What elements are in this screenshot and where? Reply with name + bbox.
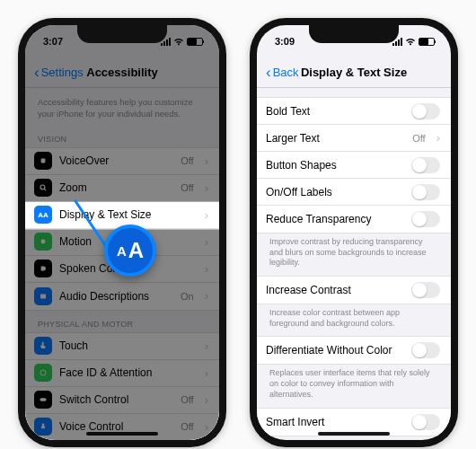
text-size-icon: AA — [34, 206, 52, 224]
content-scroll[interactable]: Bold Text Larger Text Off › Button Shape… — [257, 88, 451, 440]
toggle[interactable] — [411, 184, 440, 200]
row-audio-descriptions[interactable]: Audio Descriptions On › — [25, 283, 219, 310]
faceid-icon — [34, 364, 52, 382]
chevron-right-icon: › — [205, 393, 208, 407]
home-indicator[interactable] — [318, 432, 390, 436]
battery-icon — [187, 38, 203, 46]
row-smart-invert[interactable]: Smart Invert — [257, 409, 451, 436]
toggle[interactable] — [411, 342, 440, 358]
nav-bar: ‹ Back Display & Text Size — [257, 57, 451, 88]
svg-point-1 — [40, 185, 45, 189]
chevron-right-icon: › — [205, 339, 208, 353]
row-zoom[interactable]: Zoom Off › — [25, 175, 219, 202]
chevron-right-icon: › — [205, 289, 208, 303]
row-faceid[interactable]: Face ID & Attention › — [25, 360, 219, 387]
zoom-icon — [34, 179, 52, 197]
svg-rect-0 — [41, 159, 46, 163]
row-switch-control[interactable]: Switch Control Off › — [25, 387, 219, 414]
home-indicator[interactable] — [86, 432, 158, 436]
chevron-right-icon: › — [205, 154, 208, 168]
touch-icon — [34, 337, 52, 355]
row-larger-text[interactable]: Larger Text Off › — [257, 125, 451, 152]
nav-bar: ‹ Settings Accessibility — [25, 57, 219, 88]
svg-rect-5 — [40, 398, 46, 401]
row-bold-text[interactable]: Bold Text — [257, 98, 451, 125]
wifi-icon — [405, 38, 416, 46]
notch — [309, 25, 399, 43]
switch-icon — [34, 391, 52, 409]
audio-desc-icon — [34, 287, 52, 305]
row-touch[interactable]: Touch › — [25, 333, 219, 360]
caption-contrast: Increase color contrast between app fore… — [257, 304, 451, 336]
row-voice-control[interactable]: Voice Control Off › — [25, 414, 219, 440]
row-differentiate-without-color[interactable]: Differentiate Without Color — [257, 337, 451, 364]
voice-control-icon — [34, 418, 52, 436]
row-display-text-size[interactable]: AA Display & Text Size › — [25, 202, 219, 229]
svg-rect-3 — [40, 294, 46, 298]
intro-text: Accessibility features help you customiz… — [25, 88, 219, 126]
row-button-shapes[interactable]: Button Shapes — [257, 152, 451, 179]
row-onoff-labels[interactable]: On/Off Labels — [257, 179, 451, 206]
clock: 3:09 — [275, 36, 295, 47]
battery-icon — [419, 38, 435, 46]
back-button[interactable]: ‹ Back — [266, 66, 299, 79]
chevron-right-icon: › — [205, 420, 208, 434]
caption-smart-invert: Smart Invert reverses the colors of the … — [257, 436, 451, 441]
toggle[interactable] — [411, 103, 440, 119]
spoken-content-icon — [34, 260, 52, 277]
iphone-left: 3:07 ‹ Settings Accessibility Accessibil… — [18, 18, 226, 447]
row-voiceover[interactable]: VoiceOver Off › — [25, 148, 219, 175]
section-header-motor: PHYSICAL AND MOTOR — [25, 311, 219, 332]
caption-diff-color: Replaces user interface items that rely … — [257, 365, 451, 407]
toggle[interactable] — [411, 211, 440, 227]
motion-icon — [34, 233, 52, 251]
toggle[interactable] — [411, 282, 440, 298]
chevron-right-icon: › — [205, 366, 208, 380]
voiceover-icon — [34, 152, 52, 170]
back-button[interactable]: ‹ Settings — [34, 66, 84, 79]
clock: 3:07 — [43, 36, 63, 47]
row-reduce-transparency[interactable]: Reduce Transparency — [257, 206, 451, 233]
chevron-right-icon: › — [205, 262, 208, 276]
toggle[interactable] — [411, 157, 440, 173]
row-increase-contrast[interactable]: Increase Contrast — [257, 277, 451, 304]
wifi-icon — [173, 38, 184, 46]
callout-magnifier: AA — [104, 224, 156, 277]
section-header-vision: VISION — [25, 126, 219, 147]
toggle[interactable] — [411, 414, 440, 430]
notch — [77, 25, 167, 43]
chevron-right-icon: › — [436, 131, 440, 145]
chevron-right-icon: › — [205, 235, 208, 249]
caption-transparency: Improve contrast by reducing transparenc… — [257, 233, 451, 276]
iphone-right: 3:09 ‹ Back Display & Text Size Bold Tex… — [250, 18, 458, 447]
chevron-right-icon: › — [205, 208, 208, 222]
chevron-right-icon: › — [205, 181, 208, 195]
svg-point-4 — [40, 370, 46, 375]
svg-point-2 — [41, 240, 46, 244]
